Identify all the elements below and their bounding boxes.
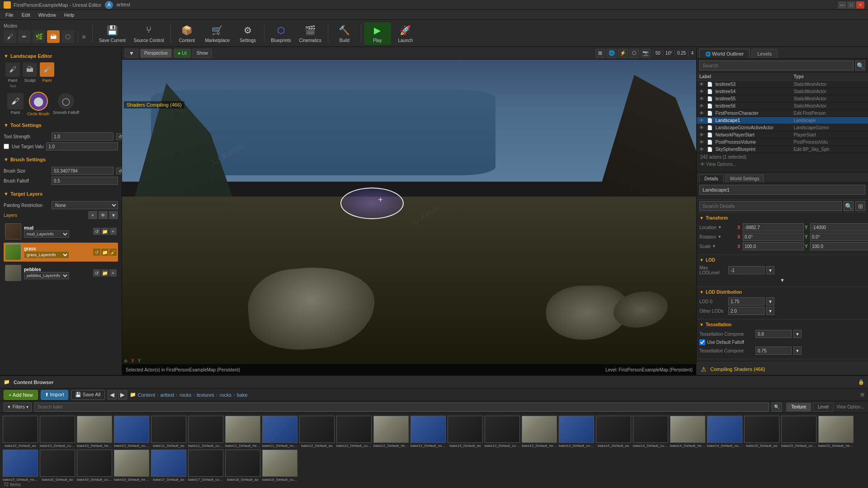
- close-button[interactable]: ✕: [856, 1, 864, 9]
- view-options-link[interactable]: 👁 View Options...: [697, 161, 868, 168]
- mud-add-btn[interactable]: +: [109, 228, 117, 235]
- list-item[interactable]: bake16_Default_ao: [40, 450, 75, 482]
- table-row[interactable]: 👁 📄 testtree54 StaticMeshActor: [697, 88, 868, 95]
- list-item[interactable]: bake12_Default_ao: [299, 416, 335, 448]
- mode-foliage[interactable]: 🌿: [33, 30, 45, 43]
- lod-title[interactable]: ▼ LOD: [699, 258, 865, 263]
- tool-strength-reset[interactable]: ↺: [116, 133, 122, 140]
- scale-x-input[interactable]: [743, 242, 804, 250]
- list-item[interactable]: bake13_Default_curve: [485, 416, 520, 448]
- levels-tab[interactable]: Levels: [751, 49, 778, 58]
- list-item[interactable]: bake12_Default_curve: [336, 416, 372, 448]
- level-tab[interactable]: Level: [813, 403, 834, 412]
- lod-dist-expand[interactable]: ▼: [699, 277, 865, 284]
- layer-mud[interactable]: mud mud_LayerInfo ↺ 📁 +: [4, 222, 118, 241]
- list-item[interactable]: bake13_Default_normal: [559, 416, 594, 448]
- tess2-dropdown-btn[interactable]: ▼: [793, 347, 802, 355]
- brush-size-reset[interactable]: ↺: [116, 168, 122, 174]
- tool-sculpt[interactable]: 🏔 Sculpt: [23, 62, 37, 88]
- list-item[interactable]: bake16_Default_height: [114, 450, 149, 482]
- nav-forward-btn[interactable]: ▶: [118, 390, 127, 399]
- brush-smooth-btn[interactable]: ◯ Smooth Falloff: [53, 93, 79, 115]
- lod0-input[interactable]: [728, 297, 764, 305]
- list-item[interactable]: bake14_Default_ao: [596, 416, 631, 448]
- table-row[interactable]: 👁 📄 SkySphereBlueprint Edit BP_Sky_Sph: [697, 146, 868, 153]
- show-btn[interactable]: Show: [193, 49, 212, 58]
- mode-sculpt[interactable]: ✒: [18, 30, 31, 43]
- content-button[interactable]: 📦 Content: [174, 22, 201, 45]
- minimize-button[interactable]: —: [838, 1, 846, 9]
- tess-dropdown-btn[interactable]: ▼: [793, 330, 802, 338]
- painting-restriction-select[interactable]: None: [52, 201, 118, 209]
- menu-window[interactable]: Window: [35, 11, 60, 19]
- vp-tool-4[interactable]: ⬡: [629, 49, 639, 58]
- cinematics-button[interactable]: 🎬 Cinematics: [295, 22, 325, 45]
- list-item[interactable]: bake12_Default_height: [373, 416, 409, 448]
- mode-landscape[interactable]: 🏔: [47, 30, 60, 43]
- search-details-input[interactable]: [699, 201, 842, 211]
- use-target-checkbox[interactable]: [4, 144, 9, 149]
- transform-title[interactable]: ▼ Transform: [699, 216, 865, 221]
- scale-y-input[interactable]: [810, 242, 868, 250]
- brush-paint-btn[interactable]: 🖌 Paint: [7, 93, 24, 115]
- bc-rocks2[interactable]: rocks: [220, 392, 231, 398]
- list-item[interactable]: bake14_Default_curve: [633, 416, 668, 448]
- filter-search-btn[interactable]: 🔍: [772, 403, 782, 412]
- bc-textures[interactable]: textures: [197, 392, 214, 398]
- brush-falloff-input[interactable]: [52, 177, 118, 185]
- menu-file[interactable]: File: [2, 11, 17, 19]
- table-row[interactable]: 👁 📄 Landscape1 Landscape: [697, 117, 868, 124]
- bc-arttest[interactable]: arttest: [160, 392, 175, 398]
- list-item[interactable]: bake14_Default_height: [670, 416, 705, 448]
- target-layers-title[interactable]: ▼ Target Layers: [4, 189, 118, 198]
- lod0-dropdown-btn[interactable]: ▼: [766, 297, 774, 305]
- maximize-button[interactable]: □: [847, 1, 855, 9]
- mode-paint[interactable]: 🖌: [4, 30, 16, 43]
- vp-tool-3[interactable]: ⚡: [618, 49, 628, 58]
- cb-lock-btn[interactable]: 🔒: [858, 379, 864, 385]
- loc-x-input[interactable]: [743, 223, 804, 231]
- list-item[interactable]: bake17_Default_curve: [188, 450, 223, 482]
- list-item[interactable]: bake11_Default_curve: [188, 416, 223, 448]
- mode-expand[interactable]: »: [82, 33, 86, 41]
- texture-tab[interactable]: Texture: [786, 403, 811, 412]
- nav-back-btn[interactable]: ◀: [108, 390, 117, 399]
- default-falloff-checkbox[interactable]: [699, 339, 705, 345]
- vp-tool-2[interactable]: 🌐: [607, 49, 617, 58]
- table-row[interactable]: 👁 📄 PostProcessVolume PostProcessVolu: [697, 139, 868, 146]
- launch-button[interactable]: 🚀 Launch: [392, 22, 419, 45]
- list-item[interactable]: bake13_Default_ao: [448, 416, 483, 448]
- view-options-btn[interactable]: View Option...: [836, 404, 864, 409]
- vp-tool-5[interactable]: 📷: [641, 49, 651, 58]
- save-all-button[interactable]: 💾 Save All: [71, 390, 105, 400]
- mode-geometry[interactable]: ⬡: [61, 30, 74, 43]
- list-item[interactable]: bake17_Default_ao: [151, 450, 186, 482]
- vp-tool-1[interactable]: ⊞: [595, 49, 605, 58]
- list-item[interactable]: bake18_Default_curve: [262, 450, 297, 482]
- list-item[interactable]: bake10_Default_normal: [114, 416, 149, 448]
- list-item[interactable]: bake15_Default_height: [818, 416, 854, 448]
- filters-button[interactable]: ▼ Filters ▾: [4, 403, 32, 412]
- settings-button[interactable]: ⚙ Settings: [234, 22, 261, 45]
- list-item[interactable]: bake11_Default_ao: [151, 416, 186, 448]
- grass-sync-btn[interactable]: ↺: [93, 249, 100, 256]
- list-item[interactable]: bake18_Default_ao: [225, 450, 260, 482]
- list-item[interactable]: bake10_Default_height: [77, 416, 112, 448]
- list-item[interactable]: bake11_Default_height: [225, 416, 260, 448]
- cb-expand-btn[interactable]: ⊞: [860, 392, 864, 398]
- world-outliner-tab[interactable]: 🌐 World Outliner: [699, 49, 750, 58]
- bc-content[interactable]: Content: [138, 392, 156, 398]
- layer-add-btn[interactable]: +: [88, 211, 97, 219]
- table-row[interactable]: 👁 📄 testtree55 StaticMeshActor: [697, 95, 868, 103]
- bc-bake[interactable]: bake: [237, 392, 248, 398]
- tool-settings-title[interactable]: ▼ Tool Settings: [4, 121, 118, 130]
- tool-paint[interactable]: 🖌 Paint Tool: [5, 62, 20, 88]
- grass-browse-btn[interactable]: 📁: [101, 249, 108, 256]
- layer-pebbles[interactable]: pebbles pebbles_LayerInfo ↺ 📁 +: [4, 263, 118, 282]
- mud-layer-select[interactable]: mud_LayerInfo: [24, 230, 69, 238]
- source-control-button[interactable]: ⑂ Source Control: [130, 22, 168, 45]
- list-item[interactable]: bake15_Default_normal: [3, 450, 38, 482]
- save-current-button[interactable]: 💾 Save Current: [95, 22, 129, 45]
- rot-x-input[interactable]: [743, 233, 804, 241]
- pebbles-browse-btn[interactable]: 📁: [101, 269, 108, 277]
